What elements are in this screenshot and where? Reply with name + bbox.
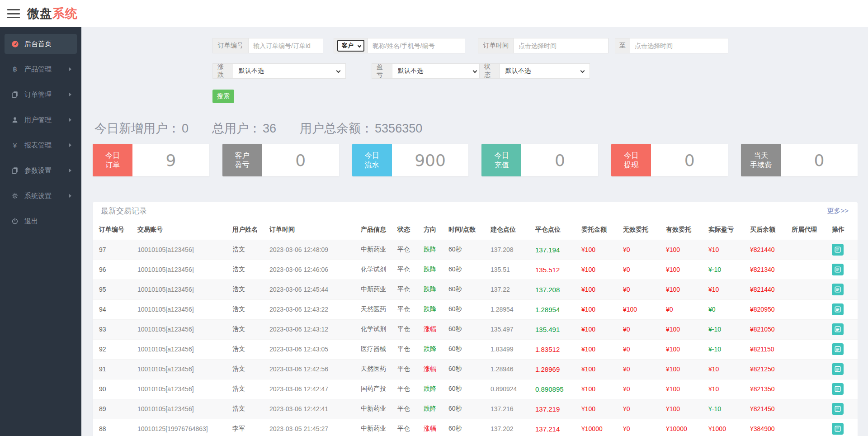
cell-username: 李军 (232, 419, 269, 436)
table-row: 91 10010105[a123456] 浩文 2023-03-06 12:42… (93, 359, 858, 379)
row-detail-button[interactable] (832, 383, 844, 395)
sidebar-item-params[interactable]: 参数设置 (5, 161, 77, 180)
cell-balance-after: ¥384900 (750, 419, 792, 436)
time-from-input[interactable] (514, 38, 609, 53)
detail-list-icon (835, 306, 841, 313)
order-no-label: 订单编号 (212, 38, 249, 53)
cell-duration: 60秒 (448, 280, 491, 299)
sidebar-item-label: 订单管理 (24, 90, 52, 99)
status-select[interactable]: 默认不选 (500, 63, 590, 79)
row-detail-button[interactable] (832, 284, 844, 295)
row-detail-button[interactable] (832, 303, 844, 315)
cell-invalid-entrust: ¥0 (623, 240, 666, 260)
sidebar-item-products[interactable]: ฿ 产品管理 (5, 59, 77, 79)
filter-order-no-group: 订单编号 (212, 38, 323, 53)
cell-direction: 涨幅 (424, 319, 448, 339)
sidebar-item-home[interactable]: 后台首页 (5, 34, 77, 54)
row-detail-button[interactable] (832, 244, 844, 256)
cell-agent (792, 240, 832, 260)
detail-list-icon (835, 426, 841, 432)
cell-username: 浩文 (232, 299, 269, 319)
bitcoin-icon: ฿ (10, 65, 20, 73)
detail-list-icon (835, 346, 841, 352)
cell-duration: 60秒 (448, 319, 491, 339)
cell-open-point: 0.890924 (491, 379, 535, 399)
cell-valid-entrust: ¥100 (666, 359, 708, 379)
cell-order-time: 2023-03-06 12:42:56 (269, 359, 361, 379)
col-header: 操作 (832, 220, 858, 240)
cell-direction: 跌降 (424, 280, 448, 299)
row-detail-button[interactable] (832, 363, 844, 375)
cell-order-time: 2023-03-05 21:45:27 (269, 419, 361, 436)
cell-username: 浩文 (232, 280, 269, 299)
more-link[interactable]: 更多>> (827, 207, 849, 215)
sidebar-item-users[interactable]: 用户管理 (5, 110, 77, 130)
order-time-label: 订单时间 (478, 38, 514, 53)
cell-status: 平仓 (397, 359, 424, 379)
cell-open-point: 137.202 (491, 419, 535, 436)
sidebar-item-reports[interactable]: ¥ 报表管理 (5, 135, 77, 155)
cell-entrust-amount: ¥100 (581, 399, 623, 419)
cell-balance-after: ¥820950 (750, 299, 792, 319)
detail-list-icon (835, 386, 841, 392)
search-button[interactable]: 搜索 (212, 90, 234, 103)
col-header: 时间/点数 (448, 220, 491, 240)
order-no-input[interactable] (248, 38, 323, 53)
cell-entrust-amount: ¥100 (581, 379, 623, 399)
cell-order-no: 93 (93, 319, 137, 339)
cell-direction: 跌降 (424, 240, 448, 260)
row-detail-button[interactable] (832, 343, 844, 355)
cell-invalid-entrust: ¥100 (623, 299, 666, 319)
cell-close-point: 137.194 (535, 240, 581, 260)
cell-close-point: 137.219 (535, 399, 581, 419)
cell-actions (832, 240, 858, 260)
table-header-row: 订单编号 交易账号 用户姓名 订单时间 产品信息 状态 方向 时间/点数 建仓点… (93, 220, 858, 240)
cell-valid-entrust: ¥100 (666, 319, 708, 339)
sidebar-item-logout[interactable]: 退出 (5, 211, 77, 231)
logo-primary: 微盘 (27, 7, 52, 20)
table-row: 88 10010125[19976764863] 李军 2023-03-05 2… (93, 419, 858, 436)
cell-invalid-entrust: ¥0 (623, 419, 666, 436)
cell-actions (832, 260, 858, 280)
table-row: 94 10010105[a123456] 浩文 2023-03-06 12:43… (93, 299, 858, 319)
chevron-down-icon (336, 69, 341, 73)
time-to-input[interactable] (630, 38, 728, 53)
sidebar-item-orders[interactable]: 订单管理 (5, 85, 77, 104)
profit-select[interactable]: 默认不选 (392, 63, 482, 79)
cell-account: 10010105[a123456] (137, 280, 232, 299)
customer-type-select[interactable]: 客户 (337, 40, 364, 52)
row-detail-button[interactable] (832, 403, 844, 415)
cell-status: 平仓 (397, 339, 424, 359)
row-detail-button[interactable] (832, 423, 844, 435)
cell-close-point: 135.512 (535, 260, 581, 280)
cell-product: 中新药业 (361, 280, 397, 299)
updown-select[interactable]: 默认不选 (233, 63, 346, 79)
cell-actions (832, 280, 858, 299)
row-detail-button[interactable] (832, 323, 844, 335)
row-detail-button[interactable] (832, 264, 844, 275)
cell-actual-pl: ¥0 (708, 299, 750, 319)
chevron-right-icon (69, 67, 71, 71)
chevron-right-icon (69, 169, 71, 172)
cell-account: 10010105[a123456] (137, 339, 232, 359)
cell-entrust-amount: ¥100 (581, 240, 623, 260)
cell-invalid-entrust: ¥0 (623, 339, 666, 359)
sidebar-item-label: 产品管理 (24, 65, 52, 74)
card-today-withdraw: 今日提现 0 (611, 144, 728, 176)
hamburger-icon[interactable] (7, 9, 20, 18)
cell-status: 平仓 (397, 419, 424, 436)
cell-order-time: 2023-03-06 12:45:44 (269, 280, 361, 299)
cell-agent (792, 379, 832, 399)
cell-open-point: 1.28946 (491, 359, 535, 379)
customer-input[interactable] (368, 38, 465, 53)
cell-entrust-amount: ¥100 (581, 339, 623, 359)
cell-actions (832, 299, 858, 319)
cell-agent (792, 260, 832, 280)
chevron-right-icon (69, 194, 71, 198)
col-header: 建仓点位 (491, 220, 535, 240)
table-row: 95 10010105[a123456] 浩文 2023-03-06 12:45… (93, 280, 858, 299)
sidebar-item-settings[interactable]: 系统设置 (5, 186, 77, 206)
cell-invalid-entrust: ¥0 (623, 319, 666, 339)
cell-actual-pl: ¥10 (708, 240, 750, 260)
panel-header: 最新交易记录 更多>> (93, 202, 858, 220)
